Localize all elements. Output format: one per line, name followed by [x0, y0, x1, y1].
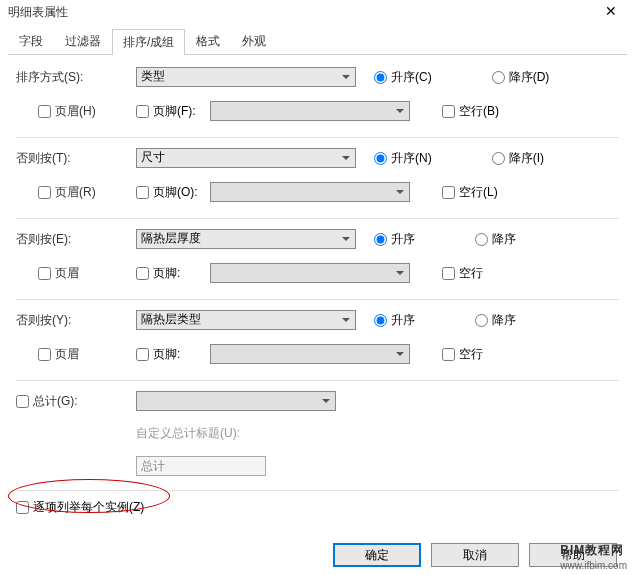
then-by-2-select[interactable]: 隔热层厚度: [136, 229, 356, 249]
footer-check-0[interactable]: 页脚(F):: [136, 103, 206, 120]
custom-total-label: 自定义总计标题(U):: [136, 425, 240, 442]
then-by-1-select[interactable]: 尺寸: [136, 148, 356, 168]
footer-check-3[interactable]: 页脚:: [136, 346, 206, 363]
asc-radio-1[interactable]: 升序(N): [374, 150, 432, 167]
asc-radio-3[interactable]: 升序: [374, 312, 415, 329]
blank-check-1[interactable]: 空行(L): [442, 184, 498, 201]
footer-select-2: [210, 263, 410, 283]
help-button[interactable]: 帮助: [529, 543, 617, 567]
tab-bar: 字段 过滤器 排序/成组 格式 外观: [8, 28, 627, 55]
tab-filter[interactable]: 过滤器: [54, 28, 112, 54]
blank-check-3[interactable]: 空行: [442, 346, 483, 363]
close-icon[interactable]: ✕: [595, 2, 627, 22]
tab-fields[interactable]: 字段: [8, 28, 54, 54]
tab-appearance[interactable]: 外观: [231, 28, 277, 54]
blank-check-0[interactable]: 空行(B): [442, 103, 499, 120]
footer-select-1: [210, 182, 410, 202]
window-title: 明细表属性: [8, 4, 595, 21]
itemize-check[interactable]: 逐项列举每个实例(Z): [16, 499, 619, 516]
desc-radio-3[interactable]: 降序: [475, 312, 516, 329]
header-check-1[interactable]: 页眉(R): [38, 184, 136, 201]
grand-total-select: [136, 391, 336, 411]
cancel-button[interactable]: 取消: [431, 543, 519, 567]
sort-asc-radio[interactable]: 升序(C): [374, 69, 432, 86]
footer-check-2[interactable]: 页脚:: [136, 265, 206, 282]
ok-button[interactable]: 确定: [333, 543, 421, 567]
blank-check-2[interactable]: 空行: [442, 265, 483, 282]
footer-check-1[interactable]: 页脚(O):: [136, 184, 206, 201]
sort-by-select[interactable]: 类型: [136, 67, 356, 87]
content: 排序方式(S): 类型 升序(C) 降序(D) 页眉(H) 页脚(F): 空行(…: [0, 55, 635, 476]
asc-radio-2[interactable]: 升序: [374, 231, 415, 248]
custom-total-input[interactable]: [136, 456, 266, 476]
grand-total-check[interactable]: 总计(G):: [16, 393, 136, 410]
footer-select-0: [210, 101, 410, 121]
sort-by-label: 排序方式(S):: [16, 69, 136, 86]
footer-select-3: [210, 344, 410, 364]
desc-radio-2[interactable]: 降序: [475, 231, 516, 248]
desc-radio-1[interactable]: 降序(I): [492, 150, 544, 167]
then-by-2-label: 否则按(E):: [16, 231, 136, 248]
then-by-1-label: 否则按(T):: [16, 150, 136, 167]
sort-desc-radio[interactable]: 降序(D): [492, 69, 550, 86]
then-by-3-label: 否则按(Y):: [16, 312, 136, 329]
tab-format[interactable]: 格式: [185, 28, 231, 54]
then-by-3-select[interactable]: 隔热层类型: [136, 310, 356, 330]
header-check-3[interactable]: 页眉: [38, 346, 136, 363]
header-check-0[interactable]: 页眉(H): [38, 103, 136, 120]
header-check-2[interactable]: 页眉: [38, 265, 136, 282]
tab-sort-group[interactable]: 排序/成组: [112, 29, 185, 55]
